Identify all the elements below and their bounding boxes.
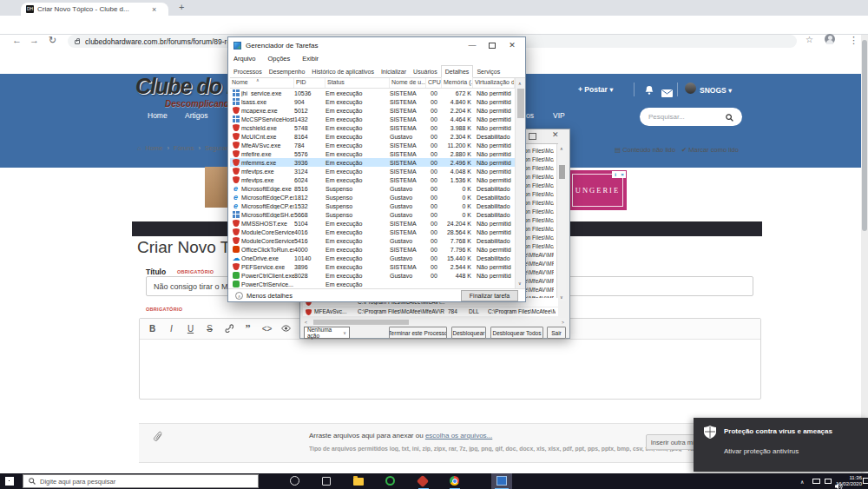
process-row-modulecoreservice[interactable]: ModuleCoreService...5416Em execuçãoGusta… bbox=[230, 236, 515, 245]
https-lock-icon[interactable] bbox=[75, 40, 80, 44]
defender-notification[interactable]: Proteção contra vírus e ameaças Ativar p… bbox=[694, 418, 868, 472]
strikethrough-icon[interactable]: S bbox=[204, 324, 215, 334]
tm-scrollbar[interactable]: ∧ ∨ bbox=[515, 78, 525, 288]
scroll-left-icon[interactable]: < bbox=[305, 320, 307, 325]
nav-item-home[interactable]: Home bbox=[148, 111, 168, 120]
menu-exibir[interactable]: Exibir bbox=[302, 55, 319, 63]
process-row-mccspservicehost-e[interactable]: McCSPServiceHost.e...1432Em execuçãoSIST… bbox=[230, 115, 515, 123]
process-row-mfefire-exe[interactable]: mfefire.exe5576Em execuçãoSISTEMA002.880… bbox=[230, 149, 515, 158]
column-header-cpu[interactable]: CPU bbox=[426, 78, 442, 88]
italic-icon[interactable]: I bbox=[166, 324, 177, 334]
action-center-icon[interactable] bbox=[863, 478, 868, 484]
maximize-icon[interactable] bbox=[489, 43, 496, 49]
process-row-mmsshost-exe[interactable]: MMSSHOST.exe5104Em execuçãoSISTEMA0024.2… bbox=[230, 219, 515, 228]
post-button[interactable]: + Postar ▾ bbox=[578, 85, 613, 94]
column-header-virtualizacao-d[interactable]: Virtualização d... bbox=[473, 78, 515, 88]
chevron-up-circle-icon[interactable]: ∧ bbox=[235, 292, 243, 300]
page-scrollbar[interactable] bbox=[861, 35, 868, 473]
desbloquear-button[interactable]: Desbloquear bbox=[451, 327, 486, 339]
user-avatar[interactable] bbox=[685, 83, 696, 94]
process-row-pefservice-exe[interactable]: PEFService.exe3896Em execuçãoSISTEMA002.… bbox=[230, 262, 515, 271]
bold-icon[interactable]: B bbox=[147, 324, 158, 334]
action-dropdown[interactable]: Nenhuma ação ∨ bbox=[304, 327, 350, 339]
tm-tab-servicos[interactable]: Serviços bbox=[473, 66, 503, 77]
tm-tab-desempenho[interactable]: Desempenho bbox=[266, 66, 309, 77]
process-row-microsoftedgecp-exe[interactable]: eMicrosoftEdgeCP.exe1812SuspensoGustavo0… bbox=[230, 193, 515, 202]
sair-button[interactable]: Sair bbox=[547, 327, 566, 339]
tm-tab-detalhes[interactable]: Detalhes bbox=[441, 65, 474, 78]
quote-icon[interactable]: ” bbox=[242, 322, 253, 335]
breadcrumb-item[interactable]: Fóruns bbox=[174, 144, 194, 152]
browser-menu-kebab-icon[interactable]: ⋮ bbox=[849, 35, 858, 46]
dialog-close-icon[interactable]: ✕ bbox=[552, 130, 559, 139]
nav-item-vip[interactable]: VIP bbox=[553, 111, 565, 120]
desbloquear-todos-button[interactable]: Desbloquear Todos bbox=[490, 327, 543, 339]
tm-tab-usuarios[interactable]: Usuários bbox=[410, 66, 441, 77]
process-row-microsoftedge-exe[interactable]: eMicrosoftEdge.exe8516SuspensoGustavo000… bbox=[230, 184, 515, 193]
process-row-mcuicnt-exe[interactable]: McUICnt.exe8164Em execuçãoGustavo002.304… bbox=[230, 132, 515, 141]
chrome-icon[interactable] bbox=[450, 476, 459, 486]
eye-icon[interactable] bbox=[280, 324, 292, 334]
tab-close-icon[interactable]: × bbox=[152, 5, 156, 14]
menu-arquivo[interactable]: Arquivo bbox=[233, 55, 255, 63]
notification-action-link[interactable]: Ativar proteção antivírus bbox=[724, 447, 799, 455]
process-row-lsass-exe[interactable]: lsass.exe904Em execuçãoSISTEMA004.840 KN… bbox=[230, 97, 515, 106]
tm-tab-historico-de-aplicativos[interactable]: Histórico de aplicativos bbox=[308, 66, 378, 77]
breadcrumb-item[interactable]: Home bbox=[146, 144, 163, 152]
dialog-vscrollbar[interactable]: ∧ ∨ bbox=[556, 144, 566, 301]
tm-tab-inicializar[interactable]: Inicializar bbox=[378, 66, 410, 77]
task-manager-taskbar-button[interactable] bbox=[491, 473, 512, 489]
column-header-pid[interactable]: PID bbox=[294, 78, 326, 88]
taskbar-search[interactable]: Digite aqui para pesquisar bbox=[23, 474, 259, 488]
dialog-maximize-icon[interactable] bbox=[529, 133, 536, 140]
bookmark-star-icon[interactable]: ☆ bbox=[806, 35, 813, 44]
search-icon[interactable] bbox=[726, 109, 733, 125]
scroll-up-icon[interactable]: ∧ bbox=[518, 81, 522, 86]
process-row-mfeavsvc-exe[interactable]: MfeAVSvc.exe784Em execuçãoSISTEMA0011.20… bbox=[230, 141, 515, 149]
minimize-icon[interactable]: — bbox=[464, 41, 480, 50]
messages-envelope-icon[interactable] bbox=[661, 85, 673, 101]
process-row-mcshield-exe[interactable]: mcshield.exe5748Em execuçãoSISTEMA003.98… bbox=[230, 123, 515, 132]
tm-titlebar[interactable]: Gerenciador de Tarefas — ✕ bbox=[228, 37, 525, 53]
process-row-jhi-service-exe[interactable]: jhi_service.exe10536Em execuçãoSISTEMA00… bbox=[230, 89, 515, 97]
process-row-mcapexe-exe[interactable]: mcapexe.exe5012Em execuçãoSISTEMA002.204… bbox=[230, 106, 515, 115]
process-row-officeclicktorun-exe[interactable]: OfficeClickToRun.exe4000Em execuçãoSISTE… bbox=[230, 245, 515, 254]
forward-icon[interactable]: → bbox=[30, 35, 39, 45]
mark-read-link[interactable]: ✔ Marcar como lido bbox=[681, 146, 739, 154]
start-button-icon[interactable] bbox=[5, 477, 14, 486]
process-row-modulecoreservice[interactable]: ModuleCoreService...4016Em execuçãoSISTE… bbox=[230, 228, 515, 236]
dialog-row[interactable]: MFEAvSvc... C:\Program Files\McAfee\MfeA… bbox=[303, 307, 558, 316]
cleaner-app-icon[interactable] bbox=[417, 475, 429, 487]
ad-banner[interactable]: UNGERIE i × bbox=[569, 170, 627, 210]
scroll-down-icon[interactable]: ∨ bbox=[518, 281, 522, 286]
task-view-icon[interactable] bbox=[322, 477, 331, 486]
site-search[interactable]: Pesquisar... bbox=[640, 108, 742, 126]
link-icon[interactable] bbox=[223, 324, 234, 334]
antivirus-app-icon[interactable] bbox=[385, 476, 395, 486]
process-row-powerctrlclient-exe[interactable]: PowerCtrlClient.exe8028Em execuçãoGustav… bbox=[230, 271, 515, 280]
code-icon[interactable]: <> bbox=[261, 324, 273, 334]
ad-close-icon[interactable]: × bbox=[619, 171, 626, 178]
bell-icon[interactable] bbox=[644, 83, 654, 99]
process-row-powerctrlservice[interactable]: PowerCtrlService...Em execução bbox=[230, 280, 515, 288]
choose-files-link[interactable]: escolha os arquivos... bbox=[425, 432, 492, 439]
column-header-status[interactable]: Status bbox=[326, 78, 390, 88]
process-row-mfemms-exe[interactable]: mfemms.exe3936Em execuçãoSISTEMA002.496 … bbox=[230, 158, 515, 167]
tm-scrollbar-thumb[interactable] bbox=[517, 89, 524, 118]
nav-item-artigos[interactable]: Artigos bbox=[185, 111, 207, 120]
column-header-nome[interactable]: Nome bbox=[230, 78, 294, 88]
column-header-nome-de-u[interactable]: Nome de u... bbox=[390, 78, 426, 88]
dialog-hscroll-thumb[interactable] bbox=[313, 320, 409, 325]
column-header-memoria[interactable]: Memória (... bbox=[442, 78, 473, 88]
underline-icon[interactable]: U bbox=[185, 324, 196, 334]
close-icon[interactable]: ✕ bbox=[504, 41, 520, 50]
menu-opcoes[interactable]: Opções bbox=[267, 55, 290, 63]
scroll-right-icon[interactable]: > bbox=[562, 320, 564, 325]
scroll-up-icon[interactable]: ∧ bbox=[560, 146, 563, 151]
new-tab-button[interactable]: + bbox=[179, 2, 184, 12]
process-row-microsoftedgesh-exe[interactable]: MicrosoftEdgeSH.exe5668SuspensoGustavo00… bbox=[230, 210, 515, 219]
back-icon[interactable]: ← bbox=[12, 35, 22, 45]
page-scrollbar-thumb[interactable] bbox=[862, 40, 867, 231]
browser-profile-avatar[interactable] bbox=[825, 34, 835, 44]
less-details-toggle[interactable]: Menos detalhes bbox=[247, 292, 461, 300]
